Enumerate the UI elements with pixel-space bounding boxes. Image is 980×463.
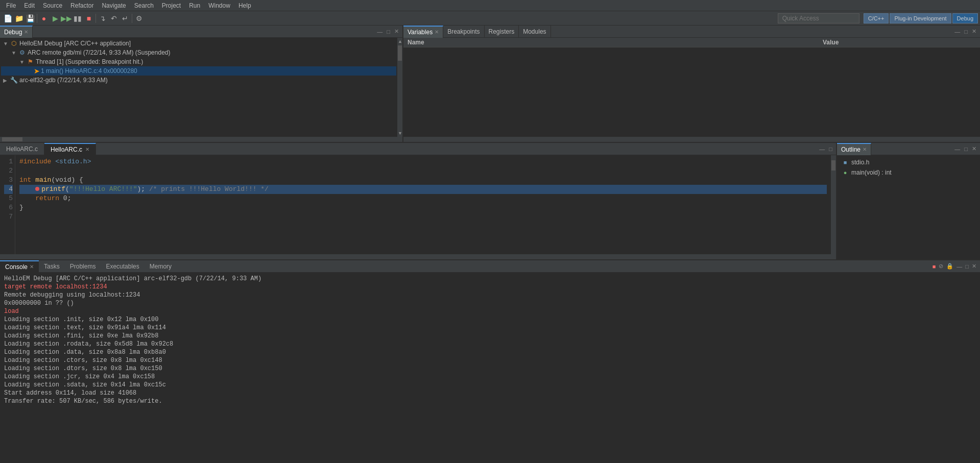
modules-tab[interactable]: Modules (519, 26, 551, 38)
menu-edit[interactable]: Edit (20, 1, 39, 10)
breakpoints-tab[interactable]: Breakpoints (443, 26, 484, 38)
debug-hscrollbar[interactable] (0, 137, 402, 142)
editor-hscrollbar[interactable] (0, 254, 836, 259)
debug-perspective-btn[interactable]: Debug (952, 13, 978, 23)
tree-expand-remote[interactable]: ▼ (11, 50, 17, 56)
outline-close-icon[interactable]: ✕ (970, 145, 978, 153)
variables-tab[interactable]: Variables ✕ (403, 26, 443, 38)
memory-tab[interactable]: Memory (145, 260, 177, 273)
quick-access-area: C/C++ Plug-in Development Debug (778, 13, 978, 23)
scroll-down-icon[interactable]: ▼ (398, 131, 402, 136)
run-btn[interactable]: ▶ (50, 13, 61, 24)
new-btn[interactable]: 📄 (2, 13, 13, 24)
debug-tab[interactable]: Debug ✕ (0, 26, 33, 38)
menu-navigate[interactable]: Navigate (98, 1, 130, 10)
console-maximize-icon[interactable]: □ (964, 263, 970, 270)
tasks-tab[interactable]: Tasks (39, 260, 65, 273)
include-icon: ■ (841, 158, 849, 166)
tree-expand-app[interactable]: ▼ (3, 41, 9, 46)
vars-close-icon[interactable]: ✕ (970, 28, 978, 35)
code-area[interactable]: #include <stdio.h> int main(void) { prin… (15, 155, 831, 254)
outline-minimize-icon[interactable]: — (953, 145, 962, 153)
console-stop-icon[interactable]: ■ (931, 263, 938, 270)
console-line-10: Loading section .dtors, size 0x8 lma 0xc… (4, 364, 976, 373)
editor-tab-1[interactable]: HelloARC.c (0, 143, 44, 155)
debug-scrollbar[interactable]: ▲ ▼ (397, 38, 402, 137)
tree-item-frame[interactable]: ▶ ➤ 1 main() HelloARC.c:4 0x00000280 (1, 66, 396, 76)
menu-run[interactable]: Run (185, 1, 204, 10)
menu-project[interactable]: Project (158, 1, 185, 10)
vars-maximize-icon[interactable]: □ (963, 28, 969, 35)
resume-btn[interactable]: ▶▶ (61, 13, 72, 24)
console-scroll-lock-icon[interactable]: 🔒 (945, 262, 955, 270)
close-icon[interactable]: ✕ (393, 28, 400, 35)
tasks-tab-label: Tasks (44, 263, 60, 270)
current-frame-icon: ➤ (34, 67, 40, 75)
editor-tab-close[interactable]: ✕ (85, 147, 89, 152)
tree-expand-frame[interactable]: ▶ (28, 68, 34, 74)
stepinto-btn[interactable]: ↴ (97, 13, 108, 24)
editor-tab-2[interactable]: HelloARC.c ✕ (44, 143, 96, 155)
registers-tab[interactable]: Registers (485, 26, 519, 38)
variables-panel: Variables ✕ Breakpoints Registers Module… (403, 26, 980, 142)
problems-tab[interactable]: Problems (65, 260, 101, 273)
editor-scrollthumb[interactable] (831, 160, 835, 170)
outline-tab[interactable]: Outline ✕ (837, 143, 871, 155)
debug-hscrollthumb[interactable] (2, 137, 22, 141)
tree-item-remote[interactable]: ▼ ⚙ ARC remote gdb/mi (7/22/14, 9:33 AM)… (1, 48, 396, 57)
code-line-5: return 0; (19, 194, 827, 203)
outline-item-stdio[interactable]: ■ stdio.h (839, 157, 978, 167)
menu-search[interactable]: Search (130, 1, 158, 10)
debug-scrollthumb[interactable] (398, 45, 402, 61)
console-minimize-icon[interactable]: — (955, 263, 964, 270)
debug-btn[interactable]: ● (38, 13, 50, 24)
menu-window[interactable]: Window (204, 1, 234, 10)
code-line-4: printf("!!!Hello ARC!!!"); /* prints !!!… (19, 185, 827, 194)
debug-tree: ▼ ⬡ HelloEM Debug [ARC C/C++ application… (0, 38, 397, 137)
tree-item-app[interactable]: ▼ ⬡ HelloEM Debug [ARC C/C++ application… (1, 39, 396, 48)
cpp-perspective-btn[interactable]: C/C++ (864, 13, 889, 23)
suspend-btn[interactable]: ▮▮ (72, 13, 83, 24)
outline-maximize-icon[interactable]: □ (963, 145, 969, 153)
stepreturn-btn[interactable]: ↵ (119, 13, 131, 24)
menu-file[interactable]: File (2, 1, 20, 10)
console-clear-icon[interactable]: ⊘ (937, 262, 945, 270)
editor-maximize-icon[interactable]: □ (827, 145, 834, 153)
problems-tab-label: Problems (70, 263, 96, 270)
executables-tab[interactable]: Executables (101, 260, 144, 273)
menu-help[interactable]: Help (234, 1, 255, 10)
console-tab-close[interactable]: ✕ (30, 264, 34, 270)
line-num-1: 1 (4, 157, 13, 166)
plugin-perspective-btn[interactable]: Plug-in Development (890, 13, 951, 23)
console-line-12: Loading section .sdata, size 0x14 lma 0x… (4, 381, 976, 389)
terminate-btn[interactable]: ■ (83, 13, 94, 24)
outline-tab-close[interactable]: ✕ (863, 147, 867, 152)
menu-refactor[interactable]: Refactor (66, 1, 98, 10)
editor-vscrollbar[interactable] (831, 155, 836, 254)
stepover-btn[interactable]: ↶ (108, 13, 119, 24)
tree-expand-thread[interactable]: ▼ (19, 59, 26, 65)
minimize-icon[interactable]: — (375, 28, 384, 35)
vars-hscrollbar[interactable] (403, 137, 980, 142)
tree-item-thread[interactable]: ▼ ⚑ Thread [1] (Suspended: Breakpoint hi… (1, 57, 396, 66)
outline-item-main[interactable]: ● main(void) : int (839, 167, 978, 178)
tree-item-gdb[interactable]: ▶ 🔧 arc-elf32-gdb (7/22/14, 9:33 AM) (1, 76, 396, 85)
variables-tab-close[interactable]: ✕ (435, 29, 439, 35)
menu-source[interactable]: Source (39, 1, 66, 10)
vars-minimize-icon[interactable]: — (953, 28, 962, 35)
line-num-7: 7 (4, 212, 13, 222)
outline-tab-label: Outline (841, 146, 861, 153)
maximize-icon[interactable]: □ (385, 28, 392, 35)
scroll-up-icon[interactable]: ▲ (398, 39, 402, 44)
open-btn[interactable]: 📁 (13, 13, 25, 24)
quick-access-input[interactable] (778, 13, 859, 23)
console-tab[interactable]: Console ✕ (0, 260, 39, 273)
console-close-icon[interactable]: ✕ (970, 262, 978, 270)
outline-content: ■ stdio.h ● main(void) : int (837, 155, 980, 259)
editor-minimize-icon[interactable]: — (818, 145, 826, 153)
bottom-section: Console ✕ Tasks Problems Executables Mem… (0, 260, 980, 463)
tree-expand-gdb[interactable]: ▶ (3, 78, 9, 83)
debug-tab-close[interactable]: ✕ (24, 29, 28, 35)
save-btn[interactable]: 💾 (25, 13, 36, 24)
build-btn[interactable]: ⚙ (133, 13, 145, 24)
